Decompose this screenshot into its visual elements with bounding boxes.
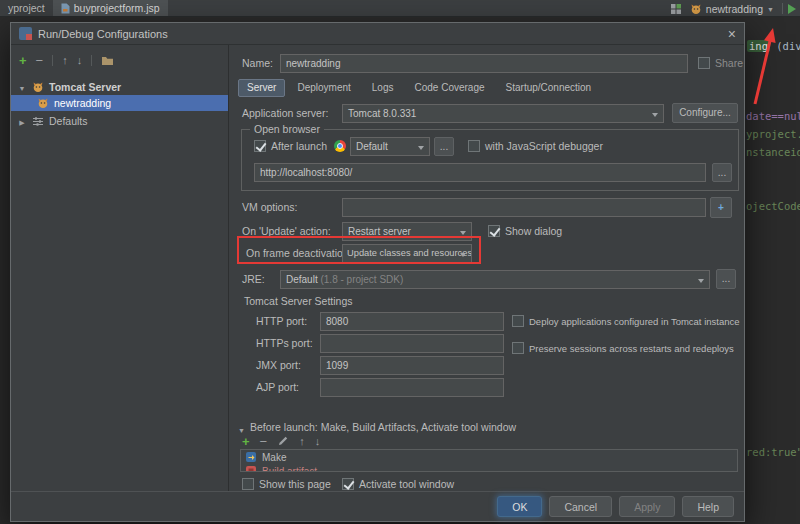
show-this-page-group: Show this page — [242, 475, 331, 491]
editor-code-fragment: yproject. — [746, 128, 800, 140]
jre-label: JRE: — [242, 273, 265, 285]
help-button[interactable]: Help — [682, 496, 734, 517]
editor-code-fragment: ing (div.i — [747, 40, 800, 52]
tree-node-label: newtradding — [54, 97, 111, 109]
ok-button[interactable]: OK — [497, 496, 542, 517]
tab-logs[interactable]: Logs — [363, 79, 403, 97]
update-action-select[interactable]: Restart server — [342, 222, 472, 241]
vm-options-input[interactable] — [342, 198, 706, 217]
deploy-apps-group: Deploy applications configured in Tomcat… — [512, 312, 740, 330]
tab-code-coverage[interactable]: Code Coverage — [406, 79, 494, 97]
editor-code-fragment: ojectCode) — [746, 200, 800, 212]
http-port-input[interactable]: 8080 — [320, 312, 504, 331]
show-dialog-label[interactable]: Show dialog — [505, 225, 562, 237]
chrome-browser-icon — [334, 140, 346, 152]
move-task-down-icon[interactable] — [315, 436, 321, 447]
editor-tab-active[interactable]: buyprojectform.jsp — [53, 0, 168, 16]
tomcat-icon — [32, 81, 44, 93]
folder-icon[interactable] — [101, 55, 114, 66]
edit-pencil-icon[interactable] — [277, 435, 289, 447]
activate-tool-window-label[interactable]: Activate tool window — [359, 478, 454, 490]
after-launch-checkbox[interactable] — [254, 140, 266, 152]
ajp-port-input[interactable] — [320, 378, 504, 397]
deploy-apps-label[interactable]: Deploy applications configured in Tomcat… — [529, 316, 740, 327]
build-artifact-icon — [245, 465, 257, 472]
share-checkbox[interactable] — [698, 57, 710, 69]
after-launch-label[interactable]: After launch — [271, 140, 327, 152]
move-task-up-icon[interactable] — [299, 436, 305, 447]
jre-browse-button[interactable]: ... — [716, 269, 736, 289]
launch-url-input[interactable]: http://localhost:8080/ — [254, 163, 706, 182]
browser-browse-button[interactable]: ... — [434, 137, 454, 156]
tab-startup-connection[interactable]: Startup/Connection — [497, 79, 601, 97]
show-dialog-checkbox[interactable] — [488, 225, 500, 237]
activate-tool-window-checkbox[interactable] — [342, 478, 354, 490]
frame-deactivation-label: On frame deactivation: — [246, 247, 352, 259]
show-this-page-label[interactable]: Show this page — [259, 478, 331, 490]
before-launch-item-make[interactable]: Make — [241, 450, 737, 464]
move-up-icon[interactable] — [62, 55, 68, 66]
task-label: Make — [262, 452, 286, 463]
run-config-selector[interactable]: newtradding — [687, 3, 777, 15]
show-dialog-group: Show dialog — [488, 222, 562, 240]
frame-deactivation-select[interactable]: Update classes and resources — [342, 244, 472, 263]
config-tabs: Server Deployment Logs Code Coverage Sta… — [238, 79, 600, 97]
before-launch-toolbar — [242, 433, 744, 449]
application-server-label: Application server: — [242, 107, 328, 119]
jre-select[interactable]: Default (1.8 - project SDK) — [280, 270, 710, 289]
toolbar-grid-icon[interactable] — [670, 3, 682, 15]
after-launch-group: After launch — [254, 137, 327, 155]
js-debugger-label[interactable]: with JavaScript debugger — [485, 140, 603, 152]
browser-select[interactable]: Default — [350, 137, 430, 156]
https-port-input[interactable] — [320, 334, 504, 353]
name-input[interactable]: newtradding — [280, 54, 688, 73]
run-button[interactable] — [788, 4, 796, 14]
editor-code-fragment: red:true" — [746, 446, 800, 458]
https-port-label: HTTPs port: — [256, 337, 313, 349]
before-launch-list: Make Build artifact... — [240, 449, 738, 472]
tree-node-defaults[interactable]: Defaults — [11, 113, 228, 129]
editor-tab-label: yproject — [8, 2, 45, 14]
application-server-select[interactable]: Tomcat 8.0.331 — [342, 104, 664, 123]
dialog-title: Run/Debug Configurations — [38, 28, 168, 40]
js-debugger-checkbox[interactable] — [468, 140, 480, 152]
run-widget: newtradding — [670, 1, 796, 16]
close-icon[interactable] — [728, 27, 736, 41]
tree-node-newtradding-selected[interactable]: newtradding — [11, 95, 228, 111]
move-down-icon[interactable] — [77, 55, 83, 66]
editor-code-fragment: nstanceid) — [746, 146, 800, 158]
url-browse-button[interactable]: ... — [712, 163, 732, 182]
collapse-icon[interactable] — [17, 116, 27, 127]
remove-task-icon[interactable] — [260, 435, 268, 448]
expand-icon[interactable] — [17, 82, 27, 93]
before-launch-item-build-artifact[interactable]: Build artifact... — [241, 464, 737, 472]
apply-button[interactable]: Apply — [619, 496, 675, 517]
add-configuration-icon[interactable] — [19, 54, 27, 67]
run-debug-configurations-dialog: Run/Debug Configurations Tomcat Server n… — [10, 22, 745, 522]
jmx-port-input[interactable]: 1099 — [320, 356, 504, 375]
tab-deployment[interactable]: Deployment — [288, 79, 359, 97]
annotation-arrow — [738, 22, 798, 114]
add-task-icon[interactable] — [242, 435, 250, 448]
expand-vm-options-button[interactable]: + — [710, 197, 732, 218]
editor-tab[interactable]: yproject — [0, 0, 53, 16]
tomcat-icon — [37, 97, 49, 109]
run-config-name: newtradding — [706, 3, 763, 15]
activate-tool-window-group: Activate tool window — [342, 475, 454, 491]
divider — [52, 55, 53, 66]
vm-options-label: VM options: — [242, 201, 297, 213]
preserve-sessions-checkbox[interactable] — [512, 342, 524, 354]
share-checkbox-group: Share — [698, 54, 743, 72]
show-this-page-checkbox[interactable] — [242, 478, 254, 490]
tab-server[interactable]: Server — [238, 79, 285, 97]
deploy-apps-checkbox[interactable] — [512, 315, 524, 327]
share-label[interactable]: Share — [715, 57, 743, 69]
configure-button[interactable]: Configure... — [672, 103, 738, 123]
preserve-sessions-label[interactable]: Preserve sessions across restarts and re… — [529, 343, 734, 354]
configuration-form: Name: newtradding Share Server Deploymen… — [230, 45, 744, 491]
task-label: Build artifact... — [262, 466, 325, 473]
tree-node-tomcat-server[interactable]: Tomcat Server — [11, 79, 228, 95]
cancel-button[interactable]: Cancel — [549, 496, 612, 517]
code-text: (div.i — [776, 40, 800, 52]
remove-configuration-icon[interactable] — [36, 54, 44, 67]
